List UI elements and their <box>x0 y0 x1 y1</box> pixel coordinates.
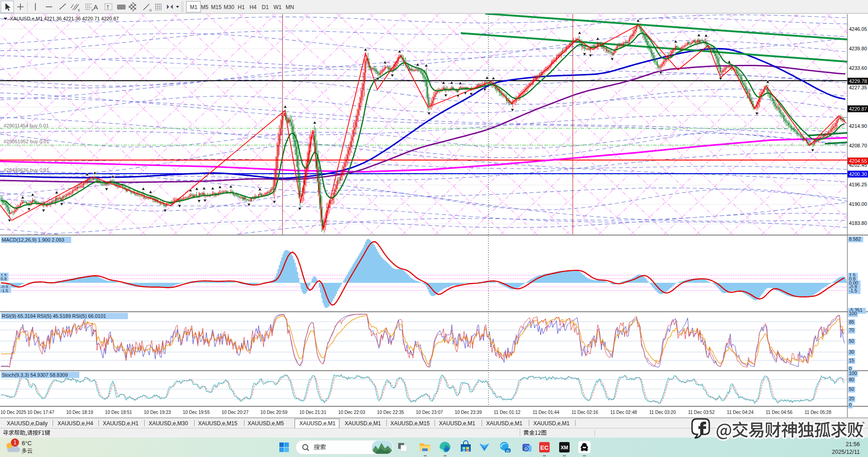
svg-text:4200.30: 4200.30 <box>849 171 867 177</box>
svg-text:50: 50 <box>849 386 854 392</box>
svg-text:XAUUSD,e,M1: XAUUSD,e,M1 <box>345 420 381 427</box>
svg-text:10 Dec 23:39: 10 Dec 23:39 <box>455 410 482 415</box>
svg-text:0: 0 <box>849 402 852 408</box>
svg-text:M5: M5 <box>201 4 209 10</box>
svg-text:M15: M15 <box>211 4 222 10</box>
svg-text:-1.5: -1.5 <box>849 288 857 293</box>
svg-text:4214.90: 4214.90 <box>849 123 867 129</box>
svg-text:10 Dec 23:07: 10 Dec 23:07 <box>416 410 443 415</box>
svg-text:M30: M30 <box>224 4 234 10</box>
svg-text:XAUUSD,e,H1: XAUUSD,e,H1 <box>103 420 139 427</box>
svg-text:G: G <box>149 9 151 12</box>
svg-text:4239.80: 4239.80 <box>849 46 867 51</box>
svg-text:XAUUSD,e,H4: XAUUSD,e,H4 <box>58 420 93 427</box>
svg-text:10 Dec 22:03: 10 Dec 22:03 <box>338 410 366 415</box>
svg-text:EC: EC <box>540 444 549 451</box>
svg-text:11 Dec 02:16: 11 Dec 02:16 <box>571 410 598 415</box>
svg-text:MACD(12,26,9) 1.900 2.093: MACD(12,26,9) 1.900 2.093 <box>2 237 64 243</box>
svg-text:XAUUSD,e,M1: XAUUSD,e,M1 <box>486 420 522 427</box>
svg-text:11 Dec 01:12: 11 Dec 01:12 <box>494 410 521 415</box>
svg-text:MN: MN <box>286 4 294 10</box>
svg-text:4196.25: 4196.25 <box>849 182 867 187</box>
svg-text:4220.87: 4220.87 <box>849 106 867 112</box>
svg-text:10 Dec 19:23: 10 Dec 19:23 <box>144 410 171 415</box>
svg-text:2025/12/11: 2025/12/11 <box>832 449 860 455</box>
svg-text:H4: H4 <box>249 4 257 10</box>
svg-text:XAUUSD,e,M1: XAUUSD,e,M1 <box>439 420 475 427</box>
svg-text:8.582: 8.582 <box>849 236 861 242</box>
svg-text:-1.5: -1.5 <box>1 288 8 293</box>
svg-text:4204.55: 4204.55 <box>849 158 867 164</box>
svg-text:Stoch(9,3,3) 54.9307 58.8309: Stoch(9,3,3) 54.9307 58.8309 <box>2 372 68 378</box>
svg-text:10 Dec 18:51: 10 Dec 18:51 <box>105 410 132 415</box>
svg-text:11 Dec 03:20: 11 Dec 03:20 <box>649 410 676 415</box>
svg-text:11 Dec 04:56: 11 Dec 04:56 <box>766 410 793 415</box>
svg-text:T: T <box>107 5 110 10</box>
svg-text:XAUUSD,e,M5: XAUUSD,e,M5 <box>248 420 284 427</box>
svg-text:XAUUSD,e,Daily: XAUUSD,e,Daily <box>7 420 48 427</box>
svg-text:A: A <box>93 3 98 11</box>
svg-text:15: 15 <box>849 358 854 363</box>
svg-text:4183.80: 4183.80 <box>849 220 867 226</box>
svg-text:10 Dec 20:27: 10 Dec 20:27 <box>222 410 249 415</box>
svg-text:XAUUSD,e,M30: XAUUSD,e,M30 <box>149 420 188 427</box>
svg-text:AI: AI <box>506 449 509 453</box>
svg-text:10 Dec 21:31: 10 Dec 21:31 <box>299 410 327 415</box>
svg-text:10 Dec 20:59: 10 Dec 20:59 <box>260 410 288 415</box>
svg-text:100: 100 <box>849 311 857 316</box>
svg-text:XAUUSD,e,M1 4221.36 4221.36 4: XAUUSD,e,M1 4221.36 4221.36 4220.71 4220… <box>10 16 119 21</box>
svg-text:#29011454 buy 0.01: #29011454 buy 0.01 <box>4 123 49 128</box>
svg-text:11 Dec 02:48: 11 Dec 02:48 <box>610 410 637 415</box>
svg-text:M1: M1 <box>190 4 198 10</box>
svg-text:4208.70: 4208.70 <box>849 143 867 148</box>
svg-text:XAUUSD,e,M15: XAUUSD,e,M15 <box>198 420 238 427</box>
svg-text:30: 30 <box>849 349 854 355</box>
svg-text:4227.35: 4227.35 <box>849 85 867 90</box>
svg-text:XAUUSD,e,M1: XAUUSD,e,M1 <box>533 420 570 427</box>
svg-text:W1: W1 <box>273 4 282 10</box>
svg-text:4190.00: 4190.00 <box>849 201 867 207</box>
svg-text:D1: D1 <box>262 4 269 10</box>
svg-text:4233.60: 4233.60 <box>849 65 867 71</box>
svg-text:70: 70 <box>849 327 854 333</box>
svg-text:4229.78: 4229.78 <box>849 78 867 84</box>
svg-text:#29051952 buy 0.01: #29051952 buy 0.01 <box>4 139 49 144</box>
svg-text:XAUUSD,e,M1: XAUUSD,e,M1 <box>299 420 336 427</box>
svg-text:11 Dec 05:28: 11 Dec 05:28 <box>805 410 831 415</box>
svg-text:11 Dec 03:52: 11 Dec 03:52 <box>688 410 715 415</box>
svg-text:10 Dec 22:35: 10 Dec 22:35 <box>377 410 404 415</box>
svg-text:#26449636 buy 0.01: #26449636 buy 0.01 <box>4 167 49 173</box>
svg-text:80: 80 <box>849 377 854 382</box>
svg-text:85: 85 <box>849 319 854 325</box>
svg-text:50: 50 <box>849 338 854 344</box>
svg-text:100: 100 <box>849 370 857 376</box>
svg-text:E: E <box>78 9 80 12</box>
svg-text:10 Dec 17:47: 10 Dec 17:47 <box>27 410 54 415</box>
svg-text:11 Dec 01:44: 11 Dec 01:44 <box>532 410 559 415</box>
svg-text:RSI(9) 65.3194 RSI(5) 45.5189: RSI(9) 65.3194 RSI(5) 45.5189 RSI(5) 66.… <box>2 313 106 319</box>
svg-text:6°C: 6°C <box>22 440 32 447</box>
svg-text:11 Dec 04:24: 11 Dec 04:24 <box>727 410 754 415</box>
svg-text:10 Dec 19:55: 10 Dec 19:55 <box>183 410 210 415</box>
svg-text:10 Dec 18:19: 10 Dec 18:19 <box>66 410 93 415</box>
svg-text:1: 1 <box>14 439 17 446</box>
svg-text:H1: H1 <box>238 4 245 10</box>
svg-text:10 Dec 2025: 10 Dec 2025 <box>0 410 26 415</box>
svg-text:4246.05: 4246.05 <box>849 26 867 32</box>
svg-text:XAUUSD,e,M15: XAUUSD,e,M15 <box>390 420 430 427</box>
svg-text:XM: XM <box>561 445 568 450</box>
svg-text:0.8: 0.8 <box>1 276 7 281</box>
svg-text:20: 20 <box>849 396 854 401</box>
